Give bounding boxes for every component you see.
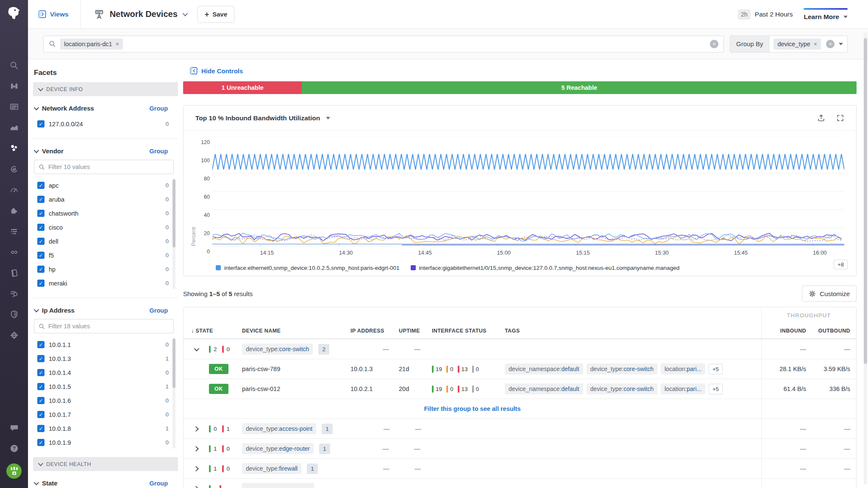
facet-section-device-health[interactable]: DEVICE HEALTH [33, 457, 178, 471]
chart-plot[interactable] [212, 137, 844, 246]
fullscreen-icon[interactable] [836, 114, 844, 122]
checkbox-checked[interactable]: ✓ [37, 425, 45, 432]
vendor-filter-input[interactable]: Filter 10 values [34, 160, 174, 174]
legend-item[interactable]: interface:gigabitethernet1/0/15,snmp_dev… [411, 265, 680, 271]
outbound-column-header[interactable]: OUTBOUND [806, 328, 850, 334]
search-input[interactable]: location:paris-dc1 × × [43, 36, 724, 53]
legend-more-badge[interactable]: +8 [834, 260, 848, 269]
device-name-column-header[interactable]: DEVICE NAME [242, 328, 351, 334]
tags-column-header[interactable]: TAGS [505, 328, 761, 334]
group-link[interactable]: Group [150, 307, 168, 314]
network-icon[interactable] [9, 330, 19, 340]
notebooks-icon[interactable] [9, 268, 19, 278]
ip-scrollbar[interactable] [172, 338, 175, 449]
device-tag[interactable]: location:pari... [661, 363, 705, 374]
title-chevron-down-icon[interactable] [182, 11, 188, 17]
export-icon[interactable] [817, 114, 825, 122]
checkbox-checked[interactable]: ✓ [37, 383, 45, 390]
device-tag[interactable]: device_type:core-switch [587, 363, 657, 374]
checkbox-checked[interactable]: ✓ [37, 280, 45, 287]
search-filter-tag[interactable]: location:paris-dc1 × [60, 39, 123, 50]
apm-icon[interactable] [9, 164, 19, 174]
ip-column-header[interactable]: IP ADDRESS [351, 328, 399, 334]
device-tag[interactable]: device_namespace:default [505, 363, 583, 374]
audit-trail-icon[interactable] [9, 288, 19, 299]
checkbox-checked[interactable]: ✓ [37, 369, 45, 376]
facet-group-state[interactable]: State Group [34, 480, 177, 487]
table-group-row[interactable]: 1 0 device_type:firewall1 — — — — [184, 458, 856, 478]
views-button[interactable]: Views [38, 10, 69, 18]
checkbox-checked[interactable]: ✓ [37, 266, 45, 273]
checkbox-checked[interactable]: ✓ [37, 238, 45, 245]
table-group-row[interactable]: 1 0 device_type:edge-router1 — — — — [184, 438, 856, 458]
chat-feedback-icon[interactable] [9, 423, 19, 433]
checkbox-checked[interactable]: ✓ [37, 439, 45, 446]
device-tag[interactable]: device_namespace:default [505, 383, 583, 394]
integrations-icon[interactable] [9, 205, 19, 216]
infrastructure-icon[interactable] [9, 143, 19, 153]
ci-icon[interactable] [9, 247, 19, 257]
dashboards-icon[interactable] [9, 102, 19, 112]
checkbox-checked[interactable]: ✓ [37, 397, 45, 404]
group-link[interactable]: Group [150, 148, 168, 155]
checkbox-checked[interactable]: ✓ [37, 210, 45, 217]
watchdog-icon[interactable] [9, 81, 19, 91]
device-name[interactable]: paris-csw-789 [242, 366, 351, 372]
group-by-value-box[interactable]: device_type × × [769, 36, 848, 53]
page-scrollbar[interactable] [864, 32, 867, 485]
remove-filter-icon[interactable]: × [116, 41, 119, 47]
checkbox-checked[interactable]: ✓ [37, 411, 45, 418]
table-group-row[interactable]: 0 1 device_type:access-point1 — — — — [184, 419, 856, 438]
metrics-icon[interactable] [9, 122, 19, 133]
unreachable-segment[interactable]: 1 Unreachable [183, 81, 302, 94]
device-tag[interactable]: device_type:core-switch [587, 383, 657, 394]
group-by-tag[interactable]: device_type × [773, 39, 821, 50]
interface-status-column-header[interactable]: INTERFACE STATUS [432, 328, 505, 334]
log-pipelines-icon[interactable] [9, 226, 19, 236]
learn-more-button[interactable]: Learn More [804, 8, 848, 21]
checkbox-checked[interactable]: ✓ [37, 355, 45, 362]
ip-filter-input[interactable]: Filter 18 values [34, 319, 174, 333]
group-by-caret-icon[interactable] [839, 43, 843, 45]
facet-group-vendor[interactable]: Vendor Group [34, 147, 177, 155]
chart-title-dropdown[interactable]: Top 10 % Inbound Bandwidth Utilization [195, 114, 330, 122]
facet-section-device-info[interactable]: DEVICE INFO [33, 82, 178, 96]
group-tag[interactable]: device_type:edge-router [242, 443, 314, 454]
user-avatar[interactable] [6, 463, 22, 479]
facet-group-ip-address[interactable]: Ip Address Group [34, 307, 177, 314]
group-link[interactable]: Group [150, 480, 168, 487]
checkbox-checked[interactable]: ✓ [37, 252, 45, 259]
hide-controls-button[interactable]: Hide Controls [190, 67, 857, 75]
table-device-row[interactable]: OK paris-csw-789 10.0.1.3 21d 19 0 13 0 … [184, 359, 856, 379]
clear-search-icon[interactable]: × [710, 40, 718, 48]
group-tag[interactable]: device_type:access-point [242, 423, 316, 434]
checkbox-checked[interactable]: ✓ [37, 196, 45, 203]
search-icon[interactable] [9, 60, 19, 70]
table-group-row[interactable]: 2 0 device_type:core-switch2 — — — — [184, 339, 856, 359]
legend-item[interactable]: interface:ethernet0,snmp_device:10.0.2.5… [216, 265, 400, 271]
more-tags-badge[interactable]: +5 [709, 364, 723, 374]
page-title-group[interactable]: Network Devices [94, 9, 186, 20]
group-link[interactable]: Group [150, 105, 168, 112]
datadog-logo[interactable] [0, 0, 28, 27]
time-range-picker[interactable]: 2h Past 2 Hours [738, 9, 793, 19]
group-tag[interactable]: device_type:firewall [242, 463, 301, 474]
inbound-column-header[interactable]: INBOUND [764, 328, 806, 334]
security-icon[interactable] [9, 309, 19, 319]
uptime-column-header[interactable]: UPTIME [399, 328, 432, 334]
group-tag[interactable] [242, 483, 314, 488]
checkbox-checked[interactable]: ✓ [37, 341, 45, 348]
save-button[interactable]: + Save [198, 6, 235, 23]
device-tag[interactable]: location:pari... [661, 383, 705, 394]
checkbox-checked[interactable]: ✓ [37, 120, 45, 128]
vendor-scrollbar[interactable] [172, 179, 175, 289]
state-column-header[interactable]: ↓ STATE [184, 328, 242, 334]
reachable-segment[interactable]: 5 Reachable [302, 81, 857, 94]
table-group-row-partial[interactable] [184, 478, 856, 488]
more-tags-badge[interactable]: +5 [709, 384, 723, 394]
clear-group-by-icon[interactable]: × [826, 40, 835, 48]
checkbox-checked[interactable]: ✓ [37, 224, 45, 231]
facet-group-network-address[interactable]: Network Address Group [34, 105, 177, 112]
gauge-icon[interactable] [9, 185, 19, 195]
remove-group-by-icon[interactable]: × [814, 41, 817, 47]
